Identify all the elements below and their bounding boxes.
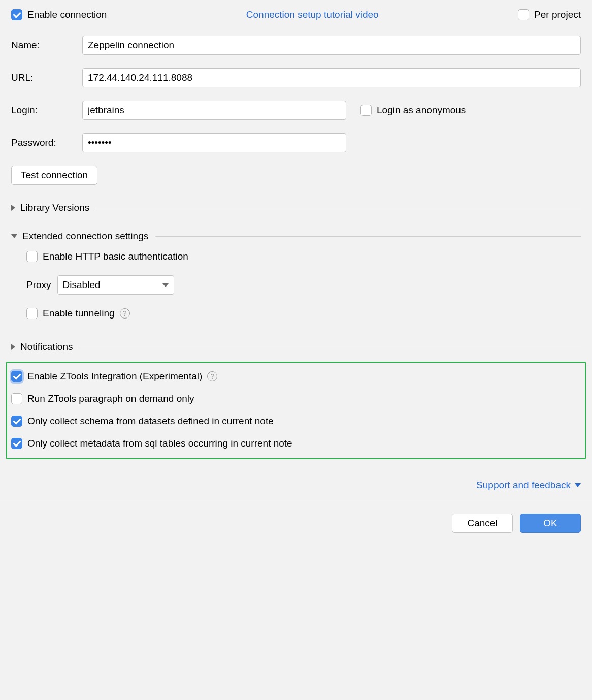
per-project-checkbox[interactable]: Per project	[518, 9, 581, 20]
notifications-label: Notifications	[20, 341, 73, 353]
login-label: Login:	[11, 105, 82, 116]
collect-schema-label: Only collect schema from datasets define…	[27, 416, 274, 427]
login-input[interactable]	[82, 101, 346, 120]
dialog-footer: Cancel OK	[0, 503, 592, 544]
divider	[80, 347, 581, 347]
name-input[interactable]	[82, 36, 581, 55]
login-anonymous-label: Login as anonymous	[377, 105, 466, 116]
http-basic-auth-checkbox[interactable]: Enable HTTP basic authentication	[26, 251, 581, 262]
notifications-section[interactable]: Notifications	[11, 341, 581, 353]
check-icon	[11, 416, 22, 427]
chevron-down-icon	[162, 283, 169, 287]
proxy-select[interactable]: Disabled	[57, 275, 174, 295]
password-label: Password:	[11, 137, 82, 148]
extended-settings-label: Extended connection settings	[22, 231, 148, 242]
chevron-down-icon	[575, 483, 581, 487]
url-input[interactable]	[82, 68, 581, 87]
extended-settings-section[interactable]: Extended connection settings	[11, 231, 581, 242]
proxy-value: Disabled	[63, 279, 101, 291]
tutorial-video-link[interactable]: Connection setup tutorial video	[246, 9, 379, 20]
enable-connection-checkbox[interactable]: Enable connection	[11, 9, 107, 20]
checkbox-empty-icon	[360, 105, 372, 116]
run-ztools-on-demand-checkbox[interactable]: Run ZTools paragraph on demand only	[11, 393, 581, 404]
http-basic-auth-label: Enable HTTP basic authentication	[43, 251, 188, 262]
proxy-label: Proxy	[26, 279, 51, 291]
library-versions-section[interactable]: Library Versions	[11, 202, 581, 213]
check-icon	[11, 371, 22, 382]
check-icon	[11, 438, 22, 449]
help-icon[interactable]: ?	[120, 308, 130, 319]
collect-schema-checkbox[interactable]: Only collect schema from datasets define…	[11, 416, 581, 427]
collect-metadata-checkbox[interactable]: Only collect metadata from sql tables oc…	[11, 438, 581, 449]
ok-button[interactable]: OK	[520, 514, 581, 533]
checkbox-empty-icon	[26, 251, 38, 262]
chevron-right-icon	[11, 205, 15, 211]
enable-tunneling-label: Enable tunneling	[43, 308, 115, 319]
ztools-highlight-box: Enable ZTools Integration (Experimental)…	[6, 362, 586, 459]
login-anonymous-checkbox[interactable]: Login as anonymous	[360, 105, 466, 116]
url-label: URL:	[11, 72, 82, 83]
checkbox-empty-icon	[11, 393, 22, 404]
checkbox-empty-icon	[26, 308, 38, 319]
enable-ztools-checkbox[interactable]: Enable ZTools Integration (Experimental)…	[11, 371, 581, 382]
divider	[155, 236, 581, 237]
checkbox-empty-icon	[518, 9, 529, 20]
test-connection-button[interactable]: Test connection	[11, 166, 97, 185]
help-icon[interactable]: ?	[207, 371, 217, 381]
enable-connection-label: Enable connection	[27, 9, 107, 20]
divider	[96, 208, 581, 208]
support-feedback-link[interactable]: Support and feedback	[476, 480, 571, 491]
run-ztools-on-demand-label: Run ZTools paragraph on demand only	[27, 393, 194, 404]
enable-ztools-label: Enable ZTools Integration (Experimental)	[27, 371, 202, 382]
library-versions-label: Library Versions	[20, 202, 89, 213]
chevron-right-icon	[11, 344, 15, 350]
password-input[interactable]	[82, 133, 346, 152]
cancel-button[interactable]: Cancel	[452, 514, 513, 533]
chevron-down-icon	[11, 234, 17, 238]
per-project-label: Per project	[534, 9, 581, 20]
name-label: Name:	[11, 40, 82, 51]
check-icon	[11, 9, 22, 20]
enable-tunneling-checkbox[interactable]: Enable tunneling ?	[26, 308, 581, 319]
collect-metadata-label: Only collect metadata from sql tables oc…	[27, 438, 292, 449]
